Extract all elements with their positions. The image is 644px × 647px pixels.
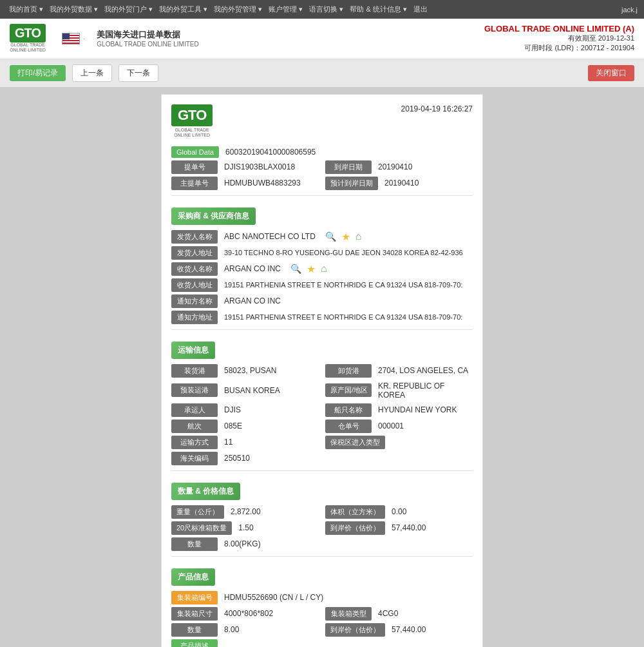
container-no-label: 集装箱编号 bbox=[171, 591, 218, 604]
transport-mode-value: 11 bbox=[221, 436, 236, 448]
main-area: GTO GLOBAL TRADEONLINE LIMITED 2019-04-1… bbox=[0, 88, 644, 647]
global-data-label: Global Data bbox=[171, 146, 219, 158]
declared-value-value: 57,440.00 bbox=[388, 522, 429, 534]
vessel-name-value: HYUNDAI NEW YORK bbox=[375, 404, 460, 416]
container-size-type-row: 集装箱尺寸 4000*806*802 集装箱类型 4CG0 bbox=[171, 607, 473, 621]
close-button-top[interactable]: 关闭窗口 bbox=[588, 65, 634, 81]
pre-vessel-label: 预装运港 bbox=[171, 383, 218, 397]
supplier-section: 采购商 & 供应商信息 发货人名称 ABC NANOTECH CO LTD 🔍 … bbox=[171, 201, 473, 324]
page-title: 美国海关进口提单数据 GLOBAL TRADE ONLINE LIMITED bbox=[97, 29, 198, 48]
logo-area: GTO GLOBAL TRADEONLINE LIMITED · 美国海关进口提… bbox=[10, 24, 199, 53]
origin-port-label: 装货港 bbox=[171, 364, 218, 378]
nav-tools[interactable]: 我的外贸工具 ▾ bbox=[156, 3, 210, 15]
warehouse-label: 仓单号 bbox=[325, 420, 372, 433]
master-bill-row: 主提单号 HDMUBUWB4883293 预计到岸日期 20190410 bbox=[171, 177, 473, 190]
nav-home[interactable]: 我的首页 ▾ bbox=[6, 3, 46, 15]
arrival-date-label: 到岸日期 bbox=[325, 160, 372, 174]
star-icon-shipper[interactable]: ★ bbox=[341, 231, 350, 243]
shipper-addr-value: 39-10 TECHNO 8-RO YUSEONG-GU DAE JEON 34… bbox=[221, 247, 466, 258]
weight-volume-row: 重量（公斤） 2,872.00 体积（立方米） 0.00 bbox=[171, 505, 473, 519]
top-navigation: 我的首页 ▾ 我的外贸数据 ▾ 我的外贸门户 ▾ 我的外贸工具 ▾ 我的外贸管理… bbox=[0, 0, 644, 19]
arrival-date-field: 到岸日期 20190410 bbox=[325, 160, 473, 174]
pre-vessel-value: BUSAN KOREA bbox=[221, 385, 283, 396]
customs-value: 250510 bbox=[221, 452, 253, 464]
carrier-value: DJIS bbox=[221, 404, 244, 416]
bill-no-label: 提单号 bbox=[171, 160, 218, 174]
pre-vessel-field: 预装运港 BUSAN KOREA bbox=[171, 380, 319, 401]
star-icon-consignee[interactable]: ★ bbox=[307, 263, 316, 275]
prev-button-top[interactable]: 上一条 bbox=[72, 64, 112, 82]
search-icon-shipper[interactable]: 🔍 bbox=[325, 231, 336, 242]
search-icon-consignee[interactable]: 🔍 bbox=[290, 264, 301, 274]
transport-section: 运输信息 装货港 58023, PUSAN 卸货港 2704, LOS ANGE… bbox=[171, 335, 473, 465]
home-icon-shipper[interactable]: ⌂ bbox=[355, 231, 362, 242]
nav-manage[interactable]: 我的外贸管理 ▾ bbox=[211, 3, 265, 15]
prod-declared-value: 57,440.00 bbox=[388, 624, 429, 635]
global-data-value: 600320190410000806595 bbox=[222, 146, 319, 158]
doc-logo: GTO GLOBAL TRADEONLINE LIMITED bbox=[171, 104, 213, 139]
global-data-row: Global Data 600320190410000806595 bbox=[171, 146, 473, 158]
container-size-value: 4000*806*802 bbox=[221, 608, 276, 619]
product-section-title: 产品信息 bbox=[171, 568, 215, 586]
prod-declared-field: 到岸价（估价） 57,440.00 bbox=[325, 623, 473, 637]
document-container: GTO GLOBAL TRADEONLINE LIMITED 2019-04-1… bbox=[161, 94, 483, 647]
dest-port-field: 卸货港 2704, LOS ANGELES, CA bbox=[325, 364, 473, 378]
container-type-value: 4CG0 bbox=[375, 608, 401, 619]
bill-no-value: DJIS1903BLAX0018 bbox=[221, 161, 298, 173]
est-arrival-value: 20190410 bbox=[381, 177, 422, 189]
time-limit-text: 可用时段 (LDR)：200712 - 201904 bbox=[484, 43, 634, 53]
transport-section-title: 运输信息 bbox=[171, 342, 215, 359]
carrier-label: 承运人 bbox=[171, 403, 218, 417]
container20-label: 20尺标准箱数量 bbox=[171, 521, 232, 535]
quantity-section: 数量 & 价格信息 重量（公斤） 2,872.00 体积（立方米） 0.00 2… bbox=[171, 476, 473, 551]
vessel-name-field: 船只名称 HYUNDAI NEW YORK bbox=[325, 403, 473, 417]
est-arrival-field: 预计到岸日期 20190410 bbox=[325, 177, 473, 190]
qty-row: 数量 8.00(PKG) bbox=[171, 537, 473, 551]
notify-addr-label: 通知方地址 bbox=[171, 311, 218, 324]
nav-lang[interactable]: 语言切换 ▾ bbox=[307, 3, 346, 15]
supplier-section-title: 采购商 & 供应商信息 bbox=[171, 208, 256, 225]
toolbar-top: 打印/易记录 上一条 下一条 关闭窗口 bbox=[0, 59, 644, 88]
prod-qty-value: 8.00 bbox=[221, 624, 242, 635]
bonded-value bbox=[388, 441, 395, 443]
home-icon-consignee[interactable]: ⌂ bbox=[321, 263, 327, 275]
shipper-name-value: ABC NANOTECH CO LTD bbox=[221, 231, 319, 242]
username: jack.j bbox=[621, 6, 638, 14]
master-bill-label: 主提单号 bbox=[171, 177, 218, 190]
nav-trade-data[interactable]: 我的外贸数据 ▾ bbox=[47, 3, 100, 15]
nav-logout[interactable]: 退出 bbox=[411, 3, 430, 15]
master-bill-field: 主提单号 HDMUBUWB4883293 bbox=[171, 177, 319, 190]
prod-declared-label: 到岸价（估价） bbox=[325, 623, 385, 637]
container-type-field: 集装箱类型 4CG0 bbox=[325, 607, 473, 621]
nav-help[interactable]: 帮助 & 统计信息 ▾ bbox=[347, 3, 410, 15]
weight-label: 重量（公斤） bbox=[171, 505, 224, 519]
nav-account[interactable]: 账户管理 ▾ bbox=[266, 3, 305, 15]
print-button-top[interactable]: 打印/易记录 bbox=[10, 65, 66, 81]
country-value: KR. REPUBLIC OF KOREA bbox=[375, 380, 473, 401]
product-desc-label: 产品描述 bbox=[171, 639, 218, 647]
master-bill-value: HDMUBUWB4883293 bbox=[221, 177, 304, 189]
prod-qty-field: 数量 8.00 bbox=[171, 623, 319, 637]
notify-name-row: 通知方名称 ARGAN CO INC bbox=[171, 295, 473, 308]
consignee-addr-label: 收货人地址 bbox=[171, 278, 218, 292]
container-no-row: 集装箱编号 HDMU5526690 (CN / L / CY) bbox=[171, 591, 473, 604]
container-no-value: HDMU5526690 (CN / L / CY) bbox=[221, 592, 327, 603]
nav-portal[interactable]: 我的外贸门户 ▾ bbox=[102, 3, 155, 15]
product-section: 产品信息 集装箱编号 HDMU5526690 (CN / L / CY) 集装箱… bbox=[171, 562, 473, 647]
consignee-addr-row: 收货人地址 19151 PARTHENIA STREET E NORTHRIDG… bbox=[171, 278, 473, 292]
est-arrival-label: 预计到岸日期 bbox=[325, 177, 378, 190]
warehouse-value: 000001 bbox=[375, 420, 407, 432]
voyage-field: 航次 085E bbox=[171, 420, 319, 433]
next-button-top[interactable]: 下一条 bbox=[118, 64, 158, 82]
record-datetime: 2019-04-19 16:26:27 bbox=[401, 104, 473, 113]
shipper-addr-row: 发货人地址 39-10 TECHNO 8-RO YUSEONG-GU DAE J… bbox=[171, 246, 473, 260]
bonded-label: 保税区进入类型 bbox=[325, 436, 385, 449]
bill-no-field: 提单号 DJIS1903BLAX0018 bbox=[171, 160, 319, 174]
shipper-name-row: 发货人名称 ABC NANOTECH CO LTD 🔍 ★ ⌂ bbox=[171, 230, 473, 244]
dest-port-value: 2704, LOS ANGELES, CA bbox=[375, 365, 471, 376]
notify-name-label: 通知方名称 bbox=[171, 295, 218, 308]
transport-bonded-row: 运输方式 11 保税区进入类型 bbox=[171, 436, 473, 449]
product-desc-row: 产品描述 bbox=[171, 639, 473, 647]
consignee-name-value: ARGAN CO INC bbox=[221, 263, 284, 275]
origin-port-value: 58023, PUSAN bbox=[221, 365, 279, 376]
